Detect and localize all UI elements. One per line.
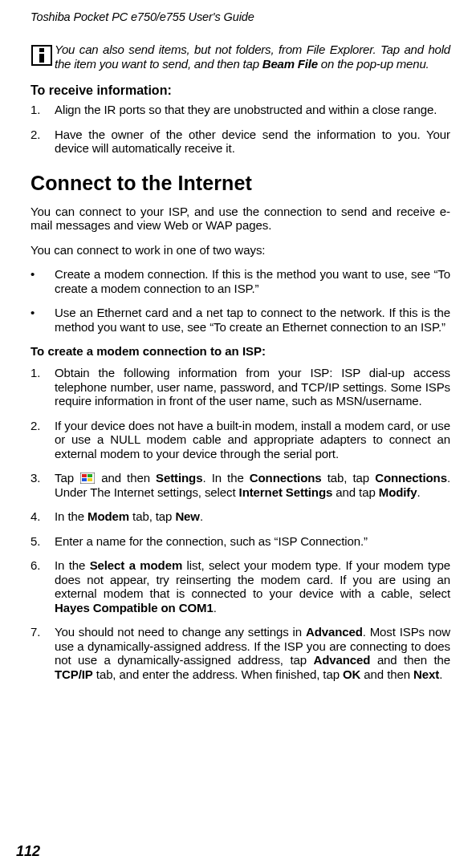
note-post: on the pop-up menu. [318, 57, 429, 71]
connect-p1: You can connect to your ISP, and use the… [31, 205, 450, 233]
text: You should not need to change any settin… [55, 625, 306, 639]
text: . [214, 601, 217, 614]
list-item: 7. You should not need to change any set… [31, 625, 450, 681]
bold-text: Internet Settings [239, 485, 333, 499]
bullet-dot: • [31, 267, 55, 295]
list-body: Enter a name for the connection, such as… [55, 534, 450, 549]
info-icon [31, 44, 53, 67]
list-number: 7. [31, 625, 55, 681]
list-body: You should not need to change any settin… [55, 625, 450, 681]
text: Tap [55, 471, 79, 485]
text: tab, and enter the address. When finishe… [93, 667, 343, 681]
list-item: 2. If your device does not have a built-… [31, 419, 450, 461]
bold-text: Advanced [313, 653, 370, 667]
list-number: 6. [31, 558, 55, 614]
connect-bullets: • Create a modem connection. If this is … [31, 267, 450, 334]
bold-text: Modify [379, 485, 417, 499]
text: . [439, 667, 442, 681]
text: In the [55, 558, 90, 572]
svg-rect-6 [87, 474, 92, 477]
list-item: 3. Tap and then Settings. In the Connect… [31, 471, 450, 499]
bold-text: Settings [156, 471, 202, 485]
text: and then the [370, 653, 450, 667]
bold-text: New [175, 509, 200, 523]
text: tab, tap [322, 471, 376, 485]
bold-text: Modem [87, 509, 129, 523]
connect-heading: Connect to the Internet [31, 172, 450, 195]
text: tab, tap [129, 509, 175, 523]
bold-text: Select a modem [90, 558, 182, 572]
list-body: Create a modem connection. If this is th… [55, 267, 450, 295]
list-body: Have the owner of the other device send … [55, 128, 450, 156]
bold-text: Connections [375, 471, 447, 485]
bold-text: Connections [250, 471, 322, 485]
list-number: 5. [31, 534, 55, 549]
note-text: You can also send items, but not folders… [55, 43, 450, 71]
list-number: 2. [31, 419, 55, 461]
list-item: 4. In the Modem tab, tap New. [31, 509, 450, 524]
bold-text: Hayes Compatible on COM1 [55, 601, 214, 614]
list-body: Align the IR ports so that they are unob… [55, 103, 450, 117]
list-body: Obtain the following information from yo… [55, 366, 450, 408]
bold-text: Next [413, 667, 439, 681]
svg-rect-7 [82, 478, 87, 481]
text: and then [360, 667, 413, 681]
list-number: 1. [31, 103, 55, 117]
bold-text: OK [343, 667, 360, 681]
note-block: You can also send items, but not folders… [31, 43, 450, 71]
list-body: In the Select a modem list, select your … [55, 558, 450, 614]
list-item: 2. Have the owner of the other device se… [31, 128, 450, 156]
text: In the [55, 509, 87, 523]
svg-rect-2 [39, 48, 44, 52]
list-number: 2. [31, 128, 55, 156]
list-body: In the Modem tab, tap New. [55, 509, 450, 524]
list-body: Use an Ethernet card and a net tap to co… [55, 306, 450, 334]
list-item: 1. Align the IR ports so that they are u… [31, 103, 450, 117]
receive-list: 1. Align the IR ports so that they are u… [31, 103, 450, 156]
note-bold: Beam File [262, 57, 318, 71]
svg-rect-8 [87, 478, 92, 481]
running-head: Toshiba Pocket PC e750/e755 User's Guide [31, 10, 450, 23]
text: and then [96, 471, 156, 485]
list-item: • Create a modem connection. If this is … [31, 267, 450, 295]
list-item: 6. In the Select a modem list, select yo… [31, 558, 450, 614]
bold-text: TCP/IP [55, 667, 93, 681]
svg-rect-3 [39, 54, 44, 63]
text: . In the [202, 471, 249, 485]
text: . [417, 485, 420, 499]
list-number: 4. [31, 509, 55, 524]
list-item: 1. Obtain the following information from… [31, 366, 450, 408]
modem-steps: 1. Obtain the following information from… [31, 366, 450, 681]
modem-subhead: To create a modem connection to an ISP: [31, 344, 450, 358]
connect-p2: You can connect to work in one of two wa… [31, 243, 450, 258]
bold-text: Advanced [306, 625, 363, 639]
list-item: • Use an Ethernet card and a net tap to … [31, 306, 450, 334]
page-number: 112 [16, 843, 40, 860]
page: Toshiba Pocket PC e750/e755 User's Guide… [0, 0, 476, 868]
windows-flag-icon [80, 473, 95, 484]
bullet-dot: • [31, 306, 55, 334]
list-body: Tap and then Settings. In the Connection… [55, 471, 450, 499]
text: and tap [332, 485, 378, 499]
text: . [200, 509, 203, 523]
list-number: 3. [31, 471, 55, 499]
list-body: If your device does not have a built-in … [55, 419, 450, 461]
svg-rect-5 [82, 474, 87, 477]
list-item: 5. Enter a name for the connection, such… [31, 534, 450, 549]
receive-heading: To receive information: [31, 83, 450, 98]
list-number: 1. [31, 366, 55, 408]
